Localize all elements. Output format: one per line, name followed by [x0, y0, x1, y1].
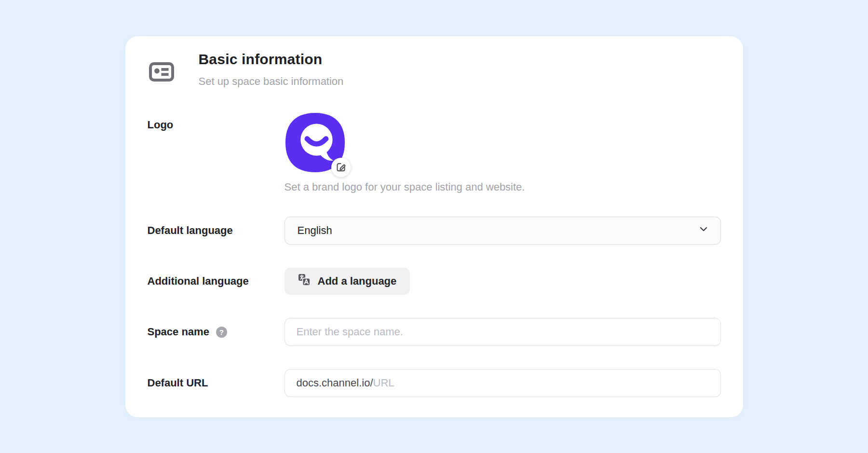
logo-helper-text: Set a brand logo for your space listing … [285, 181, 721, 193]
space-name-input[interactable] [285, 318, 721, 346]
space-name-label-text: Space name [148, 326, 209, 338]
additional-language-label: Additional language [148, 275, 285, 288]
edit-logo-button[interactable] [331, 158, 351, 177]
additional-language-row: Additional language Add a language [148, 268, 721, 295]
default-language-label: Default language [148, 224, 285, 237]
logo-label: Logo [148, 112, 285, 131]
header-text: Basic information Set up space basic inf… [199, 51, 344, 88]
space-name-row: Space name ? [148, 318, 721, 346]
add-language-button[interactable]: Add a language [285, 268, 410, 295]
default-url-input-group[interactable]: docs.channel.io/ [285, 369, 721, 397]
basic-information-card: Basic information Set up space basic inf… [125, 36, 743, 417]
space-logo[interactable] [285, 112, 346, 173]
default-language-value: English [298, 224, 332, 237]
add-language-button-label: Add a language [318, 275, 397, 288]
logo-field: Set a brand logo for your space listing … [285, 112, 721, 193]
additional-language-field: Add a language [285, 268, 721, 295]
default-language-row: Default language English [148, 217, 721, 245]
default-language-select[interactable]: English [285, 217, 721, 245]
translate-icon [298, 274, 311, 289]
help-question-icon[interactable]: ? [216, 327, 227, 338]
url-prefix: docs.channel.io/ [297, 377, 373, 389]
default-url-input[interactable] [373, 377, 709, 389]
page-title: Basic information [199, 51, 344, 68]
card-header: Basic information Set up space basic inf… [148, 51, 721, 88]
space-name-label: Space name ? [148, 326, 285, 338]
page-subtitle: Set up space basic information [199, 75, 344, 88]
default-url-row: Default URL docs.channel.io/ [148, 369, 721, 397]
chevron-down-icon [698, 224, 709, 237]
id-card-icon [149, 61, 175, 84]
edit-pencil-icon [336, 162, 346, 174]
default-url-label: Default URL [148, 377, 285, 389]
logo-row: Logo Set a brand [148, 112, 721, 193]
